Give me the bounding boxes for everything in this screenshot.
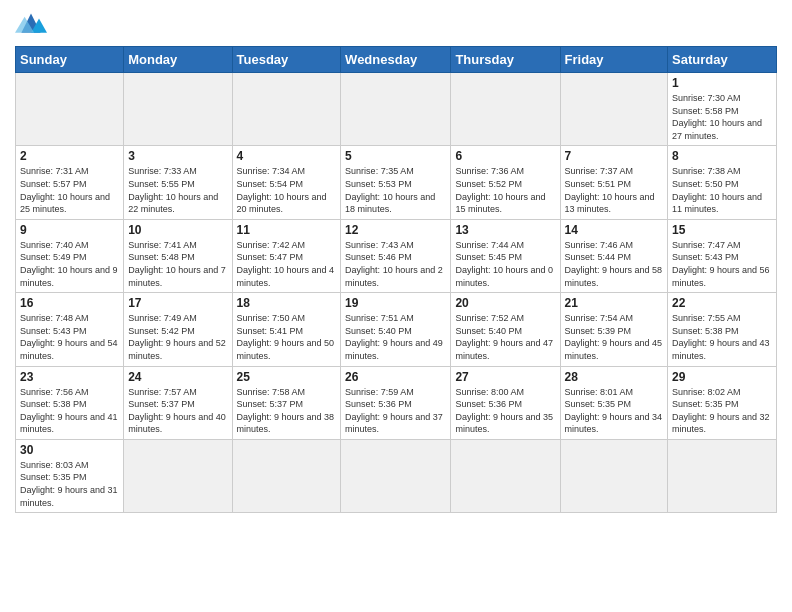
calendar-cell: 18Sunrise: 7:50 AM Sunset: 5:41 PM Dayli… — [232, 293, 341, 366]
day-info: Sunrise: 7:46 AM Sunset: 5:44 PM Dayligh… — [565, 239, 664, 289]
day-number: 22 — [672, 296, 772, 310]
calendar-cell — [124, 73, 232, 146]
day-number: 17 — [128, 296, 227, 310]
calendar-cell: 8Sunrise: 7:38 AM Sunset: 5:50 PM Daylig… — [668, 146, 777, 219]
calendar-cell: 26Sunrise: 7:59 AM Sunset: 5:36 PM Dayli… — [341, 366, 451, 439]
day-number: 10 — [128, 223, 227, 237]
weekday-header: Thursday — [451, 47, 560, 73]
calendar-cell — [451, 439, 560, 512]
day-number: 23 — [20, 370, 119, 384]
calendar-cell: 17Sunrise: 7:49 AM Sunset: 5:42 PM Dayli… — [124, 293, 232, 366]
day-number: 2 — [20, 149, 119, 163]
day-number: 14 — [565, 223, 664, 237]
day-number: 1 — [672, 76, 772, 90]
day-info: Sunrise: 7:44 AM Sunset: 5:45 PM Dayligh… — [455, 239, 555, 289]
weekday-header: Friday — [560, 47, 668, 73]
calendar-cell: 7Sunrise: 7:37 AM Sunset: 5:51 PM Daylig… — [560, 146, 668, 219]
calendar-row: 2Sunrise: 7:31 AM Sunset: 5:57 PM Daylig… — [16, 146, 777, 219]
calendar-cell: 1Sunrise: 7:30 AM Sunset: 5:58 PM Daylig… — [668, 73, 777, 146]
weekday-header: Wednesday — [341, 47, 451, 73]
calendar-cell: 28Sunrise: 8:01 AM Sunset: 5:35 PM Dayli… — [560, 366, 668, 439]
calendar-row: 23Sunrise: 7:56 AM Sunset: 5:38 PM Dayli… — [16, 366, 777, 439]
day-number: 25 — [237, 370, 337, 384]
calendar-cell: 14Sunrise: 7:46 AM Sunset: 5:44 PM Dayli… — [560, 219, 668, 292]
day-number: 26 — [345, 370, 446, 384]
calendar-cell — [232, 73, 341, 146]
day-number: 12 — [345, 223, 446, 237]
day-info: Sunrise: 7:51 AM Sunset: 5:40 PM Dayligh… — [345, 312, 446, 362]
day-info: Sunrise: 7:58 AM Sunset: 5:37 PM Dayligh… — [237, 386, 337, 436]
day-info: Sunrise: 7:50 AM Sunset: 5:41 PM Dayligh… — [237, 312, 337, 362]
day-info: Sunrise: 7:34 AM Sunset: 5:54 PM Dayligh… — [237, 165, 337, 215]
day-number: 4 — [237, 149, 337, 163]
calendar-cell: 13Sunrise: 7:44 AM Sunset: 5:45 PM Dayli… — [451, 219, 560, 292]
calendar-row: 1Sunrise: 7:30 AM Sunset: 5:58 PM Daylig… — [16, 73, 777, 146]
page: SundayMondayTuesdayWednesdayThursdayFrid… — [0, 0, 792, 528]
day-info: Sunrise: 7:30 AM Sunset: 5:58 PM Dayligh… — [672, 92, 772, 142]
calendar-cell: 21Sunrise: 7:54 AM Sunset: 5:39 PM Dayli… — [560, 293, 668, 366]
day-number: 21 — [565, 296, 664, 310]
day-number: 7 — [565, 149, 664, 163]
day-number: 20 — [455, 296, 555, 310]
calendar-cell: 22Sunrise: 7:55 AM Sunset: 5:38 PM Dayli… — [668, 293, 777, 366]
day-number: 28 — [565, 370, 664, 384]
calendar-cell — [16, 73, 124, 146]
calendar-cell: 4Sunrise: 7:34 AM Sunset: 5:54 PM Daylig… — [232, 146, 341, 219]
calendar-cell: 25Sunrise: 7:58 AM Sunset: 5:37 PM Dayli… — [232, 366, 341, 439]
calendar-cell: 15Sunrise: 7:47 AM Sunset: 5:43 PM Dayli… — [668, 219, 777, 292]
calendar-cell — [341, 73, 451, 146]
calendar-cell: 30Sunrise: 8:03 AM Sunset: 5:35 PM Dayli… — [16, 439, 124, 512]
weekday-header: Saturday — [668, 47, 777, 73]
day-info: Sunrise: 7:42 AM Sunset: 5:47 PM Dayligh… — [237, 239, 337, 289]
calendar-cell: 12Sunrise: 7:43 AM Sunset: 5:46 PM Dayli… — [341, 219, 451, 292]
calendar-cell: 19Sunrise: 7:51 AM Sunset: 5:40 PM Dayli… — [341, 293, 451, 366]
calendar-cell: 10Sunrise: 7:41 AM Sunset: 5:48 PM Dayli… — [124, 219, 232, 292]
day-number: 11 — [237, 223, 337, 237]
calendar-cell — [124, 439, 232, 512]
day-number: 13 — [455, 223, 555, 237]
weekday-header: Tuesday — [232, 47, 341, 73]
day-info: Sunrise: 7:49 AM Sunset: 5:42 PM Dayligh… — [128, 312, 227, 362]
day-number: 16 — [20, 296, 119, 310]
day-number: 24 — [128, 370, 227, 384]
calendar-cell: 23Sunrise: 7:56 AM Sunset: 5:38 PM Dayli… — [16, 366, 124, 439]
day-info: Sunrise: 8:01 AM Sunset: 5:35 PM Dayligh… — [565, 386, 664, 436]
day-info: Sunrise: 7:54 AM Sunset: 5:39 PM Dayligh… — [565, 312, 664, 362]
calendar-cell — [668, 439, 777, 512]
day-info: Sunrise: 8:02 AM Sunset: 5:35 PM Dayligh… — [672, 386, 772, 436]
calendar-row: 30Sunrise: 8:03 AM Sunset: 5:35 PM Dayli… — [16, 439, 777, 512]
calendar-cell: 3Sunrise: 7:33 AM Sunset: 5:55 PM Daylig… — [124, 146, 232, 219]
day-info: Sunrise: 7:41 AM Sunset: 5:48 PM Dayligh… — [128, 239, 227, 289]
calendar-cell — [560, 73, 668, 146]
weekday-header: Monday — [124, 47, 232, 73]
calendar-cell: 16Sunrise: 7:48 AM Sunset: 5:43 PM Dayli… — [16, 293, 124, 366]
day-info: Sunrise: 7:57 AM Sunset: 5:37 PM Dayligh… — [128, 386, 227, 436]
day-info: Sunrise: 7:55 AM Sunset: 5:38 PM Dayligh… — [672, 312, 772, 362]
day-number: 15 — [672, 223, 772, 237]
header — [15, 10, 777, 38]
day-number: 3 — [128, 149, 227, 163]
weekday-header-row: SundayMondayTuesdayWednesdayThursdayFrid… — [16, 47, 777, 73]
calendar-cell: 27Sunrise: 8:00 AM Sunset: 5:36 PM Dayli… — [451, 366, 560, 439]
day-info: Sunrise: 7:52 AM Sunset: 5:40 PM Dayligh… — [455, 312, 555, 362]
day-info: Sunrise: 7:47 AM Sunset: 5:43 PM Dayligh… — [672, 239, 772, 289]
day-info: Sunrise: 8:03 AM Sunset: 5:35 PM Dayligh… — [20, 459, 119, 509]
calendar-row: 16Sunrise: 7:48 AM Sunset: 5:43 PM Dayli… — [16, 293, 777, 366]
calendar-cell: 2Sunrise: 7:31 AM Sunset: 5:57 PM Daylig… — [16, 146, 124, 219]
calendar-cell — [560, 439, 668, 512]
day-info: Sunrise: 8:00 AM Sunset: 5:36 PM Dayligh… — [455, 386, 555, 436]
calendar-cell: 6Sunrise: 7:36 AM Sunset: 5:52 PM Daylig… — [451, 146, 560, 219]
day-info: Sunrise: 7:56 AM Sunset: 5:38 PM Dayligh… — [20, 386, 119, 436]
day-info: Sunrise: 7:38 AM Sunset: 5:50 PM Dayligh… — [672, 165, 772, 215]
day-info: Sunrise: 7:40 AM Sunset: 5:49 PM Dayligh… — [20, 239, 119, 289]
day-info: Sunrise: 7:36 AM Sunset: 5:52 PM Dayligh… — [455, 165, 555, 215]
day-number: 6 — [455, 149, 555, 163]
day-info: Sunrise: 7:43 AM Sunset: 5:46 PM Dayligh… — [345, 239, 446, 289]
calendar-row: 9Sunrise: 7:40 AM Sunset: 5:49 PM Daylig… — [16, 219, 777, 292]
calendar-cell — [341, 439, 451, 512]
calendar-cell — [451, 73, 560, 146]
calendar-cell: 24Sunrise: 7:57 AM Sunset: 5:37 PM Dayli… — [124, 366, 232, 439]
day-info: Sunrise: 7:33 AM Sunset: 5:55 PM Dayligh… — [128, 165, 227, 215]
day-number: 19 — [345, 296, 446, 310]
day-number: 18 — [237, 296, 337, 310]
